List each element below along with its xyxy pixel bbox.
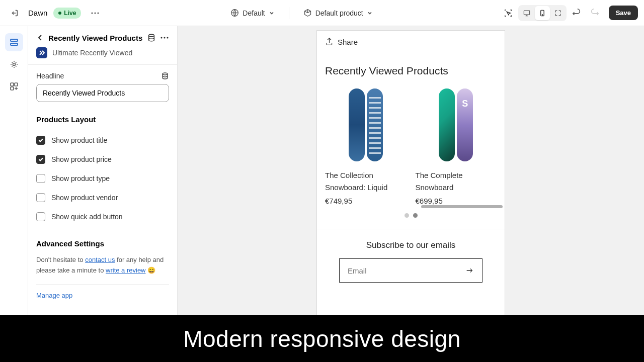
checkbox-icon bbox=[36, 174, 45, 183]
product-title: The Collection Snowboard: Liquid bbox=[325, 169, 407, 194]
product-price: €749,95 bbox=[325, 197, 407, 205]
product-price: €699,95 bbox=[416, 197, 497, 205]
rv-heading: Recently Viewed Products bbox=[325, 65, 497, 77]
more-button[interactable] bbox=[87, 5, 103, 21]
headline-input[interactable] bbox=[36, 84, 169, 102]
more-icon[interactable] bbox=[160, 37, 169, 39]
topbar-left: Dawn Live bbox=[6, 5, 103, 21]
subscribe-section: Subscribe to our emails bbox=[317, 229, 505, 294]
theme-name: Dawn bbox=[28, 9, 47, 17]
checkbox-icon bbox=[36, 212, 45, 221]
arrow-right-icon[interactable] bbox=[465, 266, 474, 275]
recently-viewed-section: Recently Viewed Products The Collection … bbox=[317, 54, 505, 223]
chevron-down-icon bbox=[269, 10, 275, 16]
redo-button[interactable] bbox=[587, 5, 603, 21]
svg-rect-11 bbox=[15, 83, 18, 86]
svg-point-1 bbox=[95, 12, 96, 14]
svg-rect-8 bbox=[11, 43, 18, 45]
app-name: Ultimate Recently Viewed bbox=[52, 49, 132, 57]
advanced-section-title: Advanced Settings bbox=[36, 239, 169, 248]
checkbox-icon bbox=[36, 193, 45, 202]
section-title: Recently Viewed Products bbox=[48, 34, 143, 42]
topbar: Dawn Live Default Default product bbox=[0, 0, 644, 26]
sections-nav[interactable] bbox=[5, 33, 23, 51]
app-breadcrumb[interactable]: Ultimate Recently Viewed bbox=[28, 47, 177, 65]
main: Recently Viewed Products Ultimate Recent… bbox=[0, 26, 644, 315]
svg-point-17 bbox=[163, 73, 168, 75]
live-badge: Live bbox=[53, 8, 81, 19]
dot[interactable] bbox=[405, 213, 409, 218]
preview-frame: Share Recently Viewed Products The Colle… bbox=[316, 30, 505, 315]
inspector-button[interactable] bbox=[500, 5, 516, 21]
scrollbar[interactable] bbox=[421, 205, 503, 208]
svg-point-15 bbox=[164, 37, 165, 38]
fullscreen-view-button[interactable] bbox=[550, 6, 566, 20]
checkbox-show-price[interactable]: Show product price bbox=[36, 150, 169, 169]
manage-app-link[interactable]: Manage app bbox=[36, 284, 169, 299]
email-input[interactable] bbox=[348, 266, 465, 275]
sidebar: Recently Viewed Products Ultimate Recent… bbox=[28, 26, 178, 315]
template-dropdown[interactable]: Default bbox=[230, 7, 274, 19]
device-group bbox=[518, 5, 567, 21]
desktop-view-button[interactable] bbox=[519, 6, 534, 20]
share-button[interactable]: Share bbox=[317, 31, 505, 54]
nav-rail bbox=[0, 26, 28, 315]
layout-section-title: Products Layout bbox=[36, 115, 169, 124]
product-card[interactable]: The Collection Snowboard: Liquid €749,95 bbox=[325, 87, 407, 205]
svg-rect-7 bbox=[11, 39, 18, 41]
topbar-right: Save bbox=[500, 5, 638, 21]
exit-button[interactable] bbox=[6, 5, 22, 21]
product-image bbox=[422, 87, 490, 162]
help-text: Don't hesitate to contact us for any hel… bbox=[36, 255, 169, 276]
chevron-down-icon bbox=[367, 10, 373, 16]
dot[interactable] bbox=[413, 213, 418, 218]
svg-rect-10 bbox=[11, 83, 14, 86]
svg-rect-4 bbox=[524, 11, 529, 15]
svg-point-0 bbox=[92, 12, 93, 14]
product-image bbox=[332, 87, 399, 162]
app-icon bbox=[36, 47, 47, 58]
product-dropdown[interactable]: Default product bbox=[303, 7, 373, 19]
svg-point-14 bbox=[160, 37, 162, 38]
svg-point-9 bbox=[13, 63, 15, 66]
contact-link[interactable]: contact us bbox=[85, 256, 115, 263]
settings-nav[interactable] bbox=[5, 55, 23, 73]
checkbox-quick-add[interactable]: Show quick add button bbox=[36, 207, 169, 226]
svg-point-2 bbox=[98, 12, 99, 14]
checkbox-show-vendor[interactable]: Show product vendor bbox=[36, 188, 169, 207]
email-input-wrapper[interactable] bbox=[339, 258, 482, 283]
svg-point-13 bbox=[149, 34, 154, 37]
product-title: The Complete Snowboard bbox=[416, 169, 497, 194]
topbar-center: Default Default product bbox=[109, 7, 494, 19]
checkbox-icon bbox=[36, 155, 45, 164]
svg-rect-12 bbox=[11, 87, 14, 90]
data-source-icon[interactable] bbox=[161, 72, 169, 80]
svg-point-6 bbox=[542, 15, 542, 15]
share-icon bbox=[325, 38, 334, 46]
section-header: Recently Viewed Products bbox=[28, 26, 177, 47]
apps-nav[interactable] bbox=[5, 77, 23, 96]
back-icon[interactable] bbox=[36, 34, 44, 42]
product-carousel[interactable]: The Collection Snowboard: Liquid €749,95… bbox=[325, 87, 497, 205]
banner-text: Modern responsive design bbox=[183, 325, 461, 352]
save-button[interactable]: Save bbox=[609, 6, 638, 20]
headline-label: Headline bbox=[36, 72, 169, 80]
sidebar-body: Headline Products Layout Show product ti… bbox=[28, 65, 177, 306]
undo-button[interactable] bbox=[569, 5, 585, 21]
promo-banner: Modern responsive design bbox=[0, 315, 644, 362]
checkbox-show-type[interactable]: Show product type bbox=[36, 169, 169, 188]
subscribe-heading: Subscribe to our emails bbox=[325, 240, 497, 250]
carousel-dots bbox=[325, 213, 497, 218]
preview-area: Share Recently Viewed Products The Colle… bbox=[178, 26, 644, 315]
checkbox-show-title[interactable]: Show product title bbox=[36, 131, 169, 150]
product-card[interactable]: The Complete Snowboard €699,95 bbox=[416, 87, 497, 205]
checkbox-icon bbox=[36, 136, 45, 145]
mobile-view-button[interactable] bbox=[535, 6, 550, 20]
svg-point-16 bbox=[167, 37, 168, 38]
review-link[interactable]: write a review bbox=[106, 266, 145, 274]
data-source-icon[interactable] bbox=[147, 33, 156, 42]
